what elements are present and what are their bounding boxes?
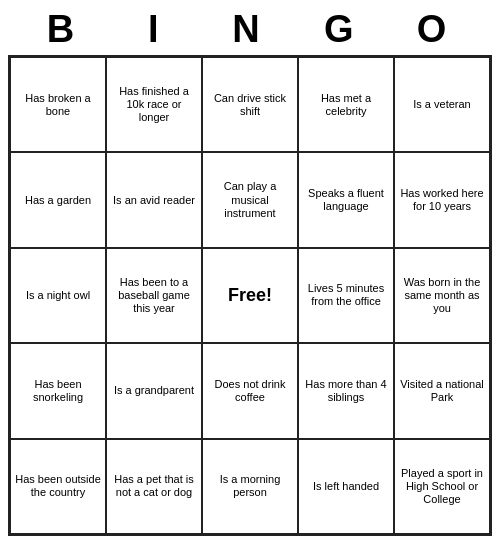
cell-11: Has been to a baseball game this year [106, 248, 202, 343]
cell-21: Has a pet that is not a cat or dog [106, 439, 202, 534]
title-letter-o: O [389, 8, 482, 51]
cell-12: Free! [202, 248, 298, 343]
cell-10: Is a night owl [10, 248, 106, 343]
title-letter-b: B [18, 8, 111, 51]
title-letter-g: G [296, 8, 389, 51]
cell-20: Has been outside the country [10, 439, 106, 534]
bingo-title: B I N G O [8, 8, 492, 51]
title-letter-n: N [204, 8, 297, 51]
cell-19: Visited a national Park [394, 343, 490, 438]
cell-4: Is a veteran [394, 57, 490, 152]
cell-1: Has finished a 10k race or longer [106, 57, 202, 152]
cell-13: Lives 5 minutes from the office [298, 248, 394, 343]
cell-8: Speaks a fluent language [298, 152, 394, 247]
cell-16: Is a grandparent [106, 343, 202, 438]
bingo-grid: Has broken a boneHas finished a 10k race… [8, 55, 492, 536]
cell-22: Is a morning person [202, 439, 298, 534]
cell-15: Has been snorkeling [10, 343, 106, 438]
cell-9: Has worked here for 10 years [394, 152, 490, 247]
cell-23: Is left handed [298, 439, 394, 534]
cell-7: Can play a musical instrument [202, 152, 298, 247]
cell-2: Can drive stick shift [202, 57, 298, 152]
cell-24: Played a sport in High School or College [394, 439, 490, 534]
cell-5: Has a garden [10, 152, 106, 247]
cell-3: Has met a celebrity [298, 57, 394, 152]
cell-18: Has more than 4 siblings [298, 343, 394, 438]
cell-17: Does not drink coffee [202, 343, 298, 438]
title-letter-i: I [111, 8, 204, 51]
cell-14: Was born in the same month as you [394, 248, 490, 343]
cell-0: Has broken a bone [10, 57, 106, 152]
cell-6: Is an avid reader [106, 152, 202, 247]
